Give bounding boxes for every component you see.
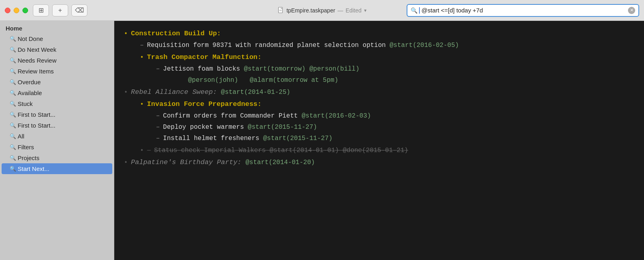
- tag-start: @start(2016-02-05): [390, 40, 459, 51]
- bullet-icon: •: [124, 28, 128, 39]
- cursor: [419, 7, 420, 14]
- project-rebel-alliance: • Rebel Alliance Sweep: @start(2014-01-2…: [124, 86, 634, 98]
- search-mag-icon: 🔍: [10, 90, 16, 96]
- search-mag-icon: 🔍: [10, 144, 16, 150]
- project-invasion-force: • Invasion Force Preparedness:: [124, 98, 634, 110]
- add-icon: +: [58, 7, 62, 14]
- dash-icon: –: [140, 40, 144, 51]
- task-deploy-warmers: – Deploy pocket warmers @start(2015-11-2…: [124, 122, 634, 133]
- back-icon: ⌫: [75, 6, 84, 14]
- tag-person-john: @person(john): [188, 75, 238, 86]
- search-mag-icon: 🔍: [10, 68, 16, 74]
- search-mag-icon: 🔍: [10, 47, 16, 53]
- task-confirm-orders: – Confirm orders from Commander Piett @s…: [124, 110, 634, 122]
- search-mag-icon: 🔍: [10, 166, 16, 172]
- document-icon: [277, 7, 284, 14]
- project-title: Construction Build Up:: [131, 28, 221, 40]
- sidebar: Home 🔍 Not Done 🔍 Do Next Week 🔍 Needs R…: [0, 21, 114, 260]
- sidebar-item-first-to-start-1[interactable]: 🔍 First to Start...: [2, 109, 112, 120]
- titlebar-center: tpEmpire.taskpaper — Edited ▾: [277, 7, 366, 14]
- tag-start: @start(2016-02-03): [302, 110, 371, 122]
- sidebar-item-projects[interactable]: 🔍 Projects: [2, 152, 112, 163]
- sidebar-item-needs-review[interactable]: 🔍 Needs Review: [2, 55, 112, 66]
- search-mag-icon: 🔍: [10, 101, 16, 107]
- dash-icon: –: [156, 133, 160, 144]
- sidebar-item-label: Available: [18, 89, 42, 96]
- sidebar-item-label: Start Next...: [18, 165, 49, 172]
- bullet-icon: •: [140, 52, 144, 63]
- sidebar-item-label: Do Next Week: [18, 46, 56, 53]
- sidebar-item-label: Overdue: [18, 79, 41, 85]
- search-input[interactable]: @start <=[d] today +7d: [421, 7, 626, 14]
- sidebar-item-label: First to Start...: [18, 122, 55, 129]
- sidebar-item-stuck[interactable]: 🔍 Stuck: [2, 98, 112, 109]
- window-controls: [5, 8, 28, 13]
- back-button[interactable]: ⌫: [71, 4, 87, 16]
- project-title: Trash Compactor Malfunction:: [147, 51, 262, 63]
- sidebar-item-all[interactable]: 🔍 All: [2, 131, 112, 142]
- search-mag-icon: 🔍: [10, 79, 16, 85]
- sidebar-item-available[interactable]: 🔍 Available: [2, 87, 112, 98]
- search-mag-icon: 🔍: [10, 155, 16, 161]
- task-spacer: [238, 75, 250, 86]
- task-requisition: – Requisition form 98371 with randomized…: [124, 40, 634, 51]
- sidebar-item-label: Projects: [18, 154, 39, 161]
- sidebar-item-filters[interactable]: 🔍 Filters: [2, 142, 112, 152]
- task-text-done: Status check Imperial Walkers @start(201…: [154, 145, 408, 156]
- task-jettison: – Jettison foam blocks @start(tomorrow) …: [124, 63, 634, 75]
- project-title: Invasion Force Preparedness:: [147, 98, 262, 110]
- sidebar-toggle-icon: ⊞: [38, 6, 44, 14]
- dash-icon: –: [156, 63, 160, 75]
- project-construction: • Construction Build Up:: [124, 27, 634, 40]
- maximize-button[interactable]: [22, 8, 28, 13]
- project-title-italic: Rebel Alliance Sweep:: [131, 86, 221, 98]
- task-text: Confirm orders from Commander Piett: [163, 110, 302, 122]
- sidebar-item-label: Stuck: [18, 100, 33, 107]
- content-area[interactable]: • Construction Build Up: – Requisition f…: [114, 21, 644, 260]
- bullet-dim-icon: •: [124, 157, 128, 168]
- title-dropdown-icon[interactable]: ▾: [364, 8, 367, 13]
- task-text: Jettison foam blocks: [163, 63, 244, 75]
- task-text: Install helmet fresheners: [163, 133, 263, 144]
- search-clear-button[interactable]: ✕: [628, 7, 635, 14]
- dash-icon: –: [156, 122, 160, 133]
- sidebar-home-label: Home: [0, 21, 114, 33]
- task-jettison-continued: @person(john) @alarm(tomorrow at 5pm): [124, 75, 634, 86]
- search-mag-icon: 🔍: [10, 57, 16, 63]
- sidebar-item-label: Filters: [18, 144, 34, 150]
- task-status-check-done: • – Status check Imperial Walkers @start…: [124, 144, 634, 156]
- sidebar-item-review-items[interactable]: 🔍 Review Items: [2, 66, 112, 77]
- add-button[interactable]: +: [52, 4, 68, 16]
- project-title-italic: Palpatine's Birthday Party:: [131, 156, 246, 169]
- minimize-button[interactable]: [14, 8, 19, 13]
- titlebar: ⊞ + ⌫ tpEmpire.taskpaper — Edited ▾ 🔍 @s…: [0, 0, 644, 21]
- sidebar-item-label: All: [18, 133, 24, 140]
- search-box[interactable]: 🔍 @start <=[d] today +7d ✕: [407, 4, 639, 17]
- dash-icon: –: [147, 145, 151, 156]
- title-separator: —: [338, 7, 343, 14]
- tag-start: @start(2014-01-25): [221, 87, 290, 98]
- search-icon: 🔍: [411, 7, 417, 14]
- sidebar-item-start-next[interactable]: 🔍 Start Next...: [2, 163, 112, 174]
- search-mag-icon: 🔍: [10, 36, 16, 42]
- tag-start: @start(tomorrow): [244, 63, 309, 75]
- sidebar-item-label: Not Done: [18, 35, 43, 42]
- sidebar-item-do-next-week[interactable]: 🔍 Do Next Week: [2, 44, 112, 55]
- sidebar-item-overdue[interactable]: 🔍 Overdue: [2, 77, 112, 87]
- close-button[interactable]: [5, 8, 10, 13]
- toolbar-buttons: ⊞ + ⌫: [33, 4, 87, 16]
- sidebar-toggle-button[interactable]: ⊞: [33, 4, 49, 16]
- sidebar-item-label: First to Start...: [18, 111, 55, 118]
- sidebar-item-first-to-start-2[interactable]: 🔍 First to Start...: [2, 120, 112, 131]
- project-palpatine-birthday: • Palpatine's Birthday Party: @start(201…: [124, 156, 634, 169]
- dash-icon: –: [156, 110, 160, 122]
- search-area: 🔍 @start <=[d] today +7d ✕: [407, 4, 639, 17]
- tag-alarm: @alarm(tomorrow at 5pm): [250, 75, 338, 86]
- tag-start: @start(2015-11-27): [248, 122, 317, 133]
- sidebar-item-label: Review Items: [18, 68, 54, 75]
- search-mag-icon: 🔍: [10, 133, 16, 139]
- bullet-dim-icon: •: [140, 145, 144, 156]
- task-text: Deploy pocket warmers: [163, 122, 248, 133]
- sidebar-item-not-done[interactable]: 🔍 Not Done: [2, 33, 112, 44]
- bullet-icon: •: [140, 99, 144, 110]
